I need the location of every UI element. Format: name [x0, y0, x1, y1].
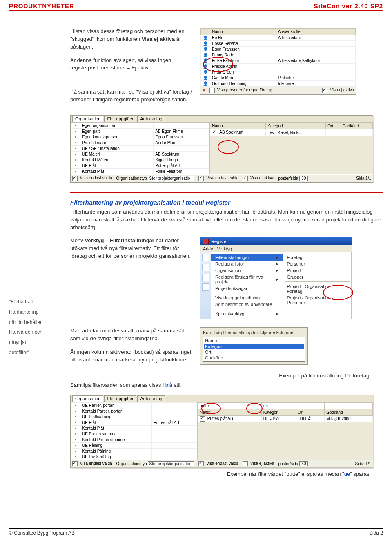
- section2-p3: Man arbetar med dessa alternativ på samm…: [70, 327, 193, 343]
- filterbox-label: Kom ihåg filterinställning för följande …: [203, 330, 305, 335]
- table-row[interactable]: •UE PlåtPutter plåt AB: [71, 163, 209, 168]
- table-row[interactable]: 👤Frida Green: [201, 69, 356, 75]
- filter-input[interactable]: [325, 402, 373, 409]
- menu-item[interactable]: Specialverktyg▶: [211, 310, 283, 317]
- table-row[interactable]: •UE Riv & håltag: [71, 454, 197, 460]
- side-quote-line: utnyttjar: [9, 338, 70, 347]
- app-icon[interactable]: [202, 274, 209, 281]
- table-row[interactable]: •UE Partier, portar: [71, 402, 197, 408]
- checkbox[interactable]: [198, 461, 204, 466]
- input-pagesize[interactable]: 30: [299, 461, 308, 466]
- table-row[interactable]: •Kontakt Prefab stomme: [71, 437, 197, 442]
- tab[interactable]: Organisation: [72, 395, 103, 402]
- menu-item[interactable]: Arkiv: [203, 246, 213, 251]
- table-row[interactable]: Puttes plåt ABUE - PlåtLULEÅMiljö;UE2000: [198, 415, 373, 422]
- delete-icon[interactable]: ✖: [202, 88, 205, 93]
- menu-item[interactable]: Redigera förslag för nya projekt▶: [211, 274, 283, 285]
- table-row[interactable]: •Kontakt PlåtFolke Falström: [71, 168, 209, 174]
- checkbox[interactable]: [243, 176, 248, 181]
- checkbox[interactable]: [243, 461, 248, 466]
- list-item[interactable]: Namn: [204, 338, 304, 344]
- app-icon[interactable]: [202, 283, 209, 291]
- dropdown[interactable]: Stor projektorganisatio: [148, 461, 194, 466]
- filter-input[interactable]: putte: [198, 402, 262, 409]
- menu-item[interactable]: Grupper: [283, 274, 351, 280]
- table-row[interactable]: •Kontakt MåleriSigge Flinga: [71, 157, 209, 163]
- section-heading: Filterhantering av projektorganisation i…: [70, 199, 383, 206]
- checkbox[interactable]: [72, 176, 78, 181]
- person-icon: 👤: [201, 47, 210, 52]
- table-row[interactable]: •Kontakt Pålning: [71, 448, 197, 454]
- table-row[interactable]: 👤Gamle ManPlatschef: [201, 75, 356, 81]
- person-icon: 👤: [201, 52, 210, 58]
- table-row[interactable]: •Kontakt Partier, portar: [71, 408, 197, 414]
- filter-input[interactable]: [296, 402, 325, 409]
- section2-p1: Filterhanteringen som används då man def…: [70, 208, 383, 232]
- caption-filterbox: Exempel på filterinställming för företag…: [70, 372, 371, 380]
- list-item[interactable]: Kategori: [204, 344, 304, 349]
- header-bar: PRODUKTNYHETER SiteCon ver 2.40 SP2: [9, 0, 383, 11]
- intro-p1: I listan visas dessa företag och persone…: [70, 28, 193, 51]
- table-row[interactable]: •Egen organisation: [71, 123, 209, 128]
- table-row[interactable]: •UE / SE / Installation: [71, 145, 209, 151]
- table-row[interactable]: •UE Pålning: [71, 442, 197, 448]
- table-row[interactable]: 👤Fredde Admin: [201, 64, 356, 69]
- menu-item[interactable]: Redigera listor▶: [211, 261, 283, 267]
- tab[interactable]: Anteckning: [137, 395, 165, 402]
- table-row[interactable]: 👤Gotthard HemmingInköpare: [201, 81, 356, 87]
- menu-item[interactable]: Administration av användare: [211, 301, 283, 308]
- side-quote-line: filterhantering –: [9, 308, 70, 317]
- table-row[interactable]: 👤Folke FalströmArbetsledare;Kalkylator: [201, 58, 356, 64]
- table-row[interactable]: AB SpektrumLev - Kakel, klink...: [210, 129, 373, 136]
- checkbox[interactable]: [322, 88, 327, 93]
- menu-item[interactable]: Projektsökvägar: [211, 285, 283, 292]
- table-row[interactable]: •Egen kontaktpersonEgon Fransson: [71, 134, 209, 140]
- app-icon[interactable]: [202, 254, 209, 261]
- divider: [70, 192, 383, 193]
- menu-item[interactable]: Verktyg: [217, 246, 232, 251]
- table-row[interactable]: 👤Bo HoArbetsledare: [201, 35, 356, 41]
- menu-item[interactable]: Projekt: [283, 267, 351, 274]
- table-row[interactable]: •UE PlåtPuttes plåt AB: [71, 420, 197, 425]
- menu-item[interactable]: Visa inloggningsdialog: [211, 295, 283, 301]
- section2-p4: Är ingen kolumn aktiverad (bockad) så sp…: [70, 348, 193, 364]
- screenshot-persons: NamnAnsvarsroller 👤Bo HoArbetsledare👤Bos…: [200, 28, 356, 95]
- person-icon: 👤: [201, 75, 210, 81]
- section2-p5: Samtliga filtervärden som sparas visas i…: [70, 382, 383, 389]
- menu-item[interactable]: Företag: [283, 254, 351, 261]
- side-quote-line: filtervärden och: [9, 328, 70, 337]
- register-icon: [203, 239, 209, 244]
- table-row[interactable]: •Kontakt Plåt: [71, 425, 197, 431]
- person-icon: 👤: [201, 41, 210, 47]
- table-row[interactable]: •ProjektledareAndré Man: [71, 140, 209, 145]
- menu-item[interactable]: Filterinställningar▶: [211, 254, 283, 261]
- app-icon[interactable]: [202, 264, 209, 271]
- table-row[interactable]: •UE Plattsättning: [71, 414, 197, 420]
- tab[interactable]: Anteckning: [137, 116, 165, 122]
- list-item[interactable]: Godkänd: [204, 355, 304, 361]
- table-row[interactable]: •UE Prefab stomme: [71, 431, 197, 437]
- footer-left: © Consultec ByggProgram AB: [9, 530, 75, 536]
- list-item[interactable]: Ort: [204, 349, 304, 355]
- menu-item[interactable]: Organisation▶: [211, 267, 283, 274]
- menu-item[interactable]: Projekt - Organisation - Personer: [283, 295, 351, 306]
- table-row[interactable]: •Egen partAB Egon Firma: [71, 128, 209, 134]
- table-row[interactable]: 👤Bosse Service: [201, 41, 356, 47]
- intro-p3: På samma sätt kan man se "Visa ej aktiva…: [70, 88, 193, 104]
- filter-input[interactable]: ue: [261, 402, 296, 409]
- table-row[interactable]: 👤Fanny Rådd: [201, 52, 356, 58]
- table-row[interactable]: •UE MåleriAB Spektrum: [71, 151, 209, 157]
- checkbox[interactable]: [198, 176, 204, 181]
- input-pagesize[interactable]: 30: [299, 176, 308, 181]
- tab[interactable]: Organisation: [72, 116, 103, 122]
- tab[interactable]: Fler uppgifter: [104, 116, 136, 122]
- checkbox[interactable]: [72, 461, 78, 466]
- table-row[interactable]: 👤Egon Fransson: [201, 47, 356, 52]
- tab[interactable]: Fler uppgifter: [104, 395, 136, 402]
- menu-item[interactable]: Projekt - Organisation - Företag: [283, 283, 351, 295]
- menu-item[interactable]: Personer: [283, 261, 351, 267]
- checkbox[interactable]: [209, 88, 215, 93]
- caption-org2: Exempel när filtervärdet "putte" ej spar…: [70, 471, 371, 478]
- header-left: PRODUKTNYHETER: [9, 2, 74, 9]
- dropdown[interactable]: Stor projektorganisatio: [148, 176, 194, 181]
